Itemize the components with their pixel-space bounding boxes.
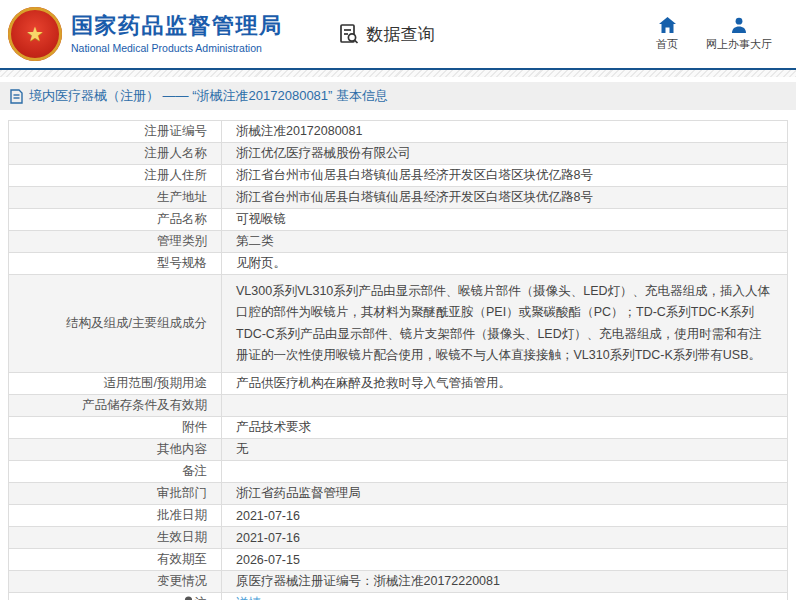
site-title-block: 国家药品监督管理局 National Medical Products Admi…: [71, 14, 283, 53]
table-row: 注详情: [9, 593, 788, 600]
registration-info-table-wrap: 注册证编号浙械注准20172080081注册人名称浙江优亿医疗器械股份有限公司注…: [8, 120, 788, 600]
row-value: 浙江优亿医疗器械股份有限公司: [222, 143, 788, 165]
row-label: 注: [9, 593, 222, 600]
table-row: 产品名称可视喉镜: [9, 209, 788, 231]
row-label: 备注: [9, 461, 222, 483]
table-row: 备注: [9, 461, 788, 483]
data-query-label: 数据查询: [367, 23, 435, 46]
table-row: 注册人住所浙江省台州市仙居县白塔镇仙居县经济开发区白塔区块优亿路8号: [9, 165, 788, 187]
table-row: 注册人名称浙江优亿医疗器械股份有限公司: [9, 143, 788, 165]
row-value: [222, 461, 788, 483]
table-row: 产品储存条件及有效期: [9, 395, 788, 417]
table-row: 适用范围/预期用途产品供医疗机构在麻醉及抢救时导入气管插管用。: [9, 373, 788, 395]
table-row: 其他内容无: [9, 439, 788, 461]
data-query-icon: [337, 22, 361, 46]
nav-item-home[interactable]: 首页: [656, 17, 678, 52]
emblem-star-icon: ★: [26, 24, 44, 44]
row-label: 注册人名称: [9, 143, 222, 165]
table-row: 有效期至2026-07-15: [9, 549, 788, 571]
row-label: 生效日期: [9, 527, 222, 549]
table-row: 管理类别第二类: [9, 231, 788, 253]
row-value: 详情: [222, 593, 788, 600]
row-value: 原医疗器械注册证编号：浙械注准20172220081: [222, 571, 788, 593]
row-value: VL300系列VL310系列产品由显示部件、喉镜片部件（摄像头、LED灯）、充电…: [222, 275, 788, 373]
table-row: 批准日期2021-07-16: [9, 505, 788, 527]
national-emblem-logo: ★: [8, 7, 62, 61]
row-value: 产品技术要求: [222, 417, 788, 439]
row-value: 2026-07-15: [222, 549, 788, 571]
row-value: 2021-07-16: [222, 527, 788, 549]
row-value: 产品供医疗机构在麻醉及抢救时导入气管插管用。: [222, 373, 788, 395]
row-value: 第二类: [222, 231, 788, 253]
row-label: 附件: [9, 417, 222, 439]
row-value: 浙械注准20172080081: [222, 121, 788, 143]
data-query-menu[interactable]: 数据查询: [337, 22, 435, 46]
registration-info-table: 注册证编号浙械注准20172080081注册人名称浙江优亿医疗器械股份有限公司注…: [8, 120, 788, 600]
table-row: 变更情况原医疗器械注册证编号：浙械注准20172220081: [9, 571, 788, 593]
row-label: 其他内容: [9, 439, 222, 461]
row-label: 型号规格: [9, 253, 222, 275]
breadcrumb-text: 境内医疗器械（注册） —— “浙械注准20172080081” 基本信息: [29, 87, 388, 105]
home-icon: [659, 17, 676, 33]
table-row: 结构及组成/主要组成成分VL300系列VL310系列产品由显示部件、喉镜片部件（…: [9, 275, 788, 373]
row-value: 可视喉镜: [222, 209, 788, 231]
breadcrumb: 境内医疗器械（注册） —— “浙械注准20172080081” 基本信息: [0, 82, 796, 110]
top-nav: 首页 网上办事大厅: [656, 17, 772, 52]
info-table-body: 注册证编号浙械注准20172080081注册人名称浙江优亿医疗器械股份有限公司注…: [9, 121, 788, 600]
row-label: 产品储存条件及有效期: [9, 395, 222, 417]
table-row: 型号规格见附页。: [9, 253, 788, 275]
table-row: 附件产品技术要求: [9, 417, 788, 439]
nav-service-hall-label: 网上办事大厅: [706, 37, 772, 52]
table-row: 生产地址浙江省台州市仙居县白塔镇仙居县经济开发区白塔区块优亿路8号: [9, 187, 788, 209]
row-value: 浙江省台州市仙居县白塔镇仙居县经济开发区白塔区块优亿路8号: [222, 165, 788, 187]
document-icon: [10, 89, 23, 104]
site-title: 国家药品监督管理局: [71, 14, 283, 38]
person-icon: [731, 17, 747, 33]
nav-home-label: 首页: [656, 37, 678, 52]
row-value: 浙江省药品监督管理局: [222, 483, 788, 505]
row-label: 适用范围/预期用途: [9, 373, 222, 395]
row-label: 结构及组成/主要组成成分: [9, 275, 222, 373]
table-row: 注册证编号浙械注准20172080081: [9, 121, 788, 143]
row-label: 产品名称: [9, 209, 222, 231]
table-row: 生效日期2021-07-16: [9, 527, 788, 549]
row-label: 变更情况: [9, 571, 222, 593]
row-label: 批准日期: [9, 505, 222, 527]
row-label: 注册证编号: [9, 121, 222, 143]
row-value: 见附页。: [222, 253, 788, 275]
row-value: 2021-07-16: [222, 505, 788, 527]
row-value: 无: [222, 439, 788, 461]
row-label: 有效期至: [9, 549, 222, 571]
row-value: 浙江省台州市仙居县白塔镇仙居县经济开发区白塔区块优亿路8号: [222, 187, 788, 209]
row-label: 生产地址: [9, 187, 222, 209]
table-row: 审批部门浙江省药品监督管理局: [9, 483, 788, 505]
hatch-strip: [0, 70, 796, 77]
site-subtitle: National Medical Products Administration: [71, 42, 283, 54]
row-value: [222, 395, 788, 417]
row-label: 审批部门: [9, 483, 222, 505]
details-link[interactable]: 详情: [236, 596, 261, 600]
row-label: 注册人住所: [9, 165, 222, 187]
site-header: ★ 国家药品监督管理局 National Medical Products Ad…: [0, 0, 796, 68]
row-label: 管理类别: [9, 231, 222, 253]
lightbulb-icon: [184, 596, 193, 600]
nav-item-service-hall[interactable]: 网上办事大厅: [706, 17, 772, 52]
